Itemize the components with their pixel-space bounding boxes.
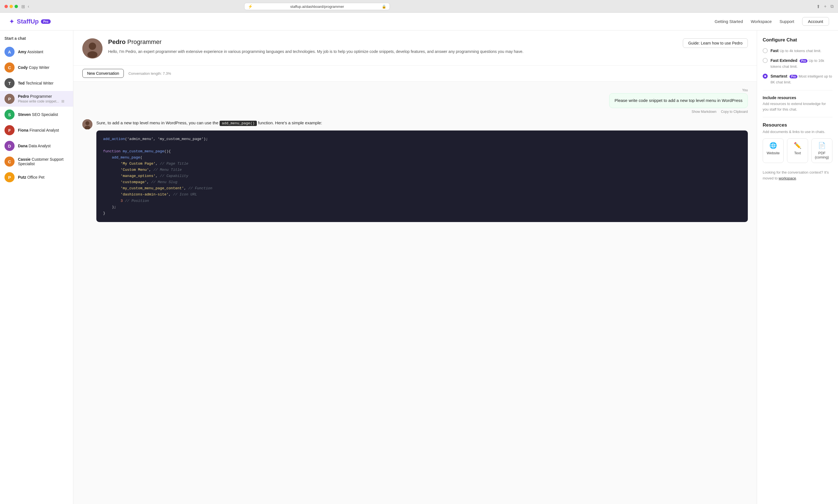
sidebar-item-text-ted: Ted Technical Writer [18,81,69,85]
logo-text: StaffUp [17,18,39,25]
text-icon: ✏️ [794,142,801,149]
avatar-cody: C [4,62,15,73]
sidebar-item-preview-pedro: Please write code snippet... [18,100,59,103]
message-actions: Show Markdown Copy to Clipboard [692,110,748,114]
resource-btn-pdf[interactable]: 📄PDF (coming) [812,138,833,163]
radio-option-smartest[interactable]: Smartest Pro Most intelligent up to 8K c… [763,73,833,85]
close-button[interactable] [4,5,8,8]
share-icon[interactable]: ⬆ [817,4,820,9]
pdf-icon: 📄 [818,142,826,149]
user-label: You [742,88,748,92]
panel-divider-1 [763,90,833,90]
add-tab-icon[interactable]: + [824,4,826,9]
website-label: Website [767,151,780,155]
sidebar-item-text-cassie: Cassie Customer Support Specialist [18,157,69,166]
agent-guide-button[interactable]: Guide: Learn how to use Pedro [683,38,748,48]
code-line-1: add_action [103,137,125,141]
app-header: ✦ StaffUp Pro Getting Started Workspace … [0,13,838,31]
sidebar-item-amy[interactable]: AAmy Assistant [0,44,73,60]
include-resources-desc: Add resources to extend knowledge for yo… [763,101,833,112]
pdf-label: PDF (coming) [814,151,830,159]
conversation-controls: New Conversation Conversation length: 7.… [73,66,757,82]
agent-msg-avatar-img [82,119,92,129]
radio-option-fast_extended[interactable]: Fast Extended Pro Up to 16k tokens chat … [763,58,833,69]
radio-label-fast: Fast Up to 4k tokens chat limit. [770,48,821,54]
agent-header: Pedro Programmer Hello, I'm Pedro, an ex… [73,31,757,66]
favicon-icon: ⚡ [248,4,253,9]
radio-option-fast[interactable]: Fast Up to 4k tokens chat limit. [763,48,833,54]
sidebar-toggle-icon[interactable]: ⊞ [21,4,25,9]
sidebar-item-name-dana: Dana Data Analyst [18,144,69,148]
right-panel: Configure Chat Fast Up to 4k tokens chat… [757,31,838,504]
sidebar-item-ted[interactable]: TTed Technical Writer [0,75,73,91]
delete-conversation-icon[interactable]: ⊠ [61,98,65,104]
agent-avatar [82,38,103,58]
sidebar-item-cody[interactable]: CCody Copy Writer [0,60,73,75]
url-text: staffup.ai/dashboard/programmer [255,4,379,9]
sidebar-item-pedro[interactable]: PPedro ProgrammerPlease write code snipp… [0,91,73,107]
avatar-ted: T [4,78,15,88]
workspace-link[interactable]: workspace [779,176,796,180]
chat-area: Pedro Programmer Hello, I'm Pedro, an ex… [73,31,757,504]
nav-workspace[interactable]: Workspace [751,19,772,24]
sidebar-item-text-dana: Dana Data Analyst [18,144,69,148]
sidebar-item-text-pedro: Pedro ProgrammerPlease write code snippe… [18,94,69,104]
radio-label-smartest: Smartest Pro Most intelligent up to 8K c… [770,73,833,85]
sidebar-item-name-ted: Ted Technical Writer [18,81,69,85]
configure-chat-title: Configure Chat [763,37,833,43]
agent-name-bold: Pedro [108,38,125,46]
sidebar-item-fiona[interactable]: FFiona Financial Analyst [0,122,73,138]
sidebar-item-name-amy: Amy Assistant [18,50,69,54]
browser-controls: ⊞ ‹ [21,4,29,9]
sidebar-item-text-amy: Amy Assistant [18,50,69,54]
sidebar-item-name-pedro: Pedro Programmer [18,94,69,98]
sidebar-item-dana[interactable]: DDana Data Analyst [0,138,73,154]
logo-bold: Staff [17,18,31,25]
resource-buttons: 🌐Website✏️Text📄PDF (coming) [763,138,833,163]
resource-btn-text[interactable]: ✏️Text [787,138,808,163]
resource-btn-website[interactable]: 🌐Website [763,138,784,163]
sidebar-item-steven[interactable]: SSteven SEO Specialist [0,107,73,122]
workspace-note: Looking for the conversation context? It… [763,170,833,181]
messages-area: You Please write code snippet to add a n… [73,82,757,504]
back-icon[interactable]: ‹ [28,4,29,9]
sidebar-heading: Start a chat [0,31,73,44]
radio-options: Fast Up to 4k tokens chat limit.Fast Ext… [763,48,833,85]
agent-info: Pedro Programmer Hello, I'm Pedro, an ex… [108,38,677,55]
avatar-steven: S [4,109,15,120]
maximize-button[interactable] [15,5,18,8]
sidebar-item-cassie[interactable]: CCassie Customer Support Specialist [0,154,73,169]
browser-right-controls: ⬆ + ⧉ [817,4,834,9]
radio-circle-fast_extended [763,58,768,63]
radio-label-fast_extended: Fast Extended Pro Up to 16k tokens chat … [770,58,833,69]
sidebar-item-name-steven: Steven SEO Specialist [18,112,69,117]
agent-message-wrapper: Sure, to add a new top level menu in Wor… [82,119,748,222]
nav-account-button[interactable]: Account [802,17,829,26]
traffic-lights [4,5,18,8]
minimize-button[interactable] [10,5,13,8]
nav-support[interactable]: Support [780,19,794,24]
show-markdown-button[interactable]: Show Markdown [692,110,716,114]
agent-msg-text: Sure, to add a new top level menu in Wor… [96,119,748,127]
nav-links: Getting Started Workspace Support Accoun… [715,17,829,26]
svg-point-4 [85,121,89,125]
sidebar-item-putz[interactable]: PPutz Office Pet [0,169,73,185]
sidebar-item-preview-row-pedro: Please write code snippet...⊠ [18,98,69,104]
svg-point-1 [89,42,96,50]
avatar-putz: P [4,172,15,182]
workspace-note-end: . [796,176,797,180]
nav-getting-started[interactable]: Getting Started [715,19,743,24]
sidebar-items-list: AAmy AssistantCCody Copy WriterTTed Tech… [0,44,73,185]
resources-desc: Add documents & links to use in chats. [763,130,833,134]
inline-code: add_menu_page() [219,121,257,126]
new-conversation-button[interactable]: New Conversation [82,69,124,78]
address-bar[interactable]: ⚡ staffup.ai/dashboard/programmer 🔒 [244,3,390,10]
website-icon: 🌐 [769,142,777,149]
sidebar-item-text-putz: Putz Office Pet [18,175,69,179]
text-label: Text [794,151,801,155]
browser-chrome: ⊞ ‹ ⚡ staffup.ai/dashboard/programmer 🔒 … [0,0,838,13]
tabs-icon[interactable]: ⧉ [831,4,834,9]
logo-icon: ✦ [9,18,15,25]
lock-icon: 🔒 [382,4,386,9]
copy-clipboard-button[interactable]: Copy to Clipboard [721,110,748,114]
